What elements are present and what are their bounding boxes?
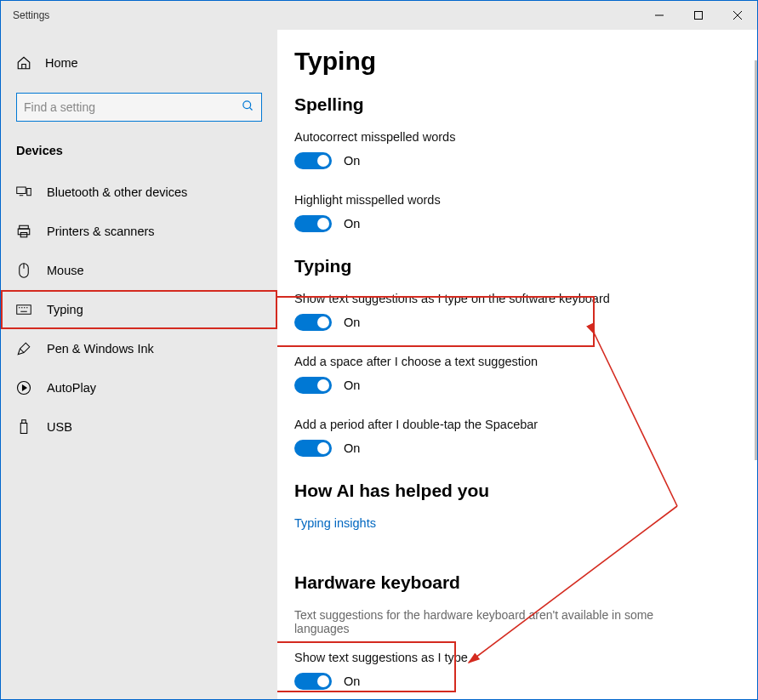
pen-icon [16,341,31,356]
maximize-button[interactable] [679,2,718,29]
svg-rect-8 [27,189,31,196]
toggle-autocorrect[interactable] [294,152,332,169]
home-button[interactable]: Home [1,47,277,79]
titlebar: Settings [1,1,757,30]
setting-label: Add a period after I double-tap the Spac… [294,418,732,431]
toggle-text-suggestions-hw[interactable] [294,673,332,690]
section-ai-title: How AI has helped you [294,481,732,501]
mouse-icon [16,263,31,278]
page-title: Typing [294,47,732,76]
toggle-highlight[interactable] [294,215,332,232]
svg-line-20 [20,349,25,353]
setting-label: Show text suggestions as I type [294,651,732,664]
autoplay-icon [16,380,31,396]
minimize-button[interactable] [640,2,679,29]
sidebar-item-label: AutoPlay [47,381,96,395]
toggle-state: On [344,154,360,168]
svg-point-4 [243,101,251,109]
home-icon [16,55,31,71]
toggle-add-space[interactable] [294,377,332,394]
sidebar-item-bluetooth[interactable]: Bluetooth & other devices [1,173,277,212]
section-typing-title: Typing [294,256,732,276]
window-controls [640,2,757,29]
devices-icon [16,185,31,200]
sidebar-item-label: USB [47,420,72,434]
close-button[interactable] [718,2,757,29]
setting-highlight: Highlight misspelled words On [294,193,732,232]
sidebar-item-label: Bluetooth & other devices [47,185,187,199]
setting-add-space: Add a space after I choose a text sugges… [294,355,732,394]
toggle-state: On [344,316,360,329]
window-title: Settings [13,9,49,21]
toggle-text-suggestions-sw[interactable] [294,314,332,331]
setting-label: Autocorrect misspelled words [294,130,732,144]
sidebar-item-label: Typing [47,303,83,316]
setting-autocorrect: Autocorrect misspelled words On [294,130,732,169]
toggle-state: On [344,217,360,230]
printer-icon [16,224,31,239]
setting-label: Show text suggestions as I type on the s… [294,292,732,305]
keyboard-icon [16,302,31,317]
sidebar-item-autoplay[interactable]: AutoPlay [1,368,277,407]
sidebar: Home Devices Bluetooth & other devices P… [1,30,277,699]
setting-text-suggestions-sw: Show text suggestions as I type on the s… [294,292,732,331]
search-input[interactable] [24,100,242,114]
toggle-state: On [344,378,360,392]
svg-rect-10 [18,229,30,235]
section-spelling-title: Spelling [294,94,732,115]
toggle-state: On [344,674,360,688]
sidebar-item-mouse[interactable]: Mouse [1,251,277,290]
scrollbar-thumb[interactable] [755,60,757,460]
setting-text-suggestions-hw: Show text suggestions as I type On [294,651,732,690]
svg-marker-22 [23,385,27,390]
setting-label: Add a space after I choose a text sugges… [294,355,732,368]
svg-rect-9 [20,225,29,229]
hardware-subtext: Text suggestions for the hardware keyboa… [294,608,686,635]
svg-rect-1 [695,12,703,20]
svg-rect-6 [17,187,26,194]
sidebar-item-label: Pen & Windows Ink [47,342,154,356]
setting-add-period: Add a period after I double-tap the Spac… [294,418,732,457]
typing-insights-link[interactable]: Typing insights [294,516,376,530]
search-icon [242,100,254,115]
home-label: Home [45,56,78,70]
svg-rect-14 [17,305,31,315]
sidebar-item-usb[interactable]: USB [1,407,277,447]
search-box[interactable] [16,93,262,122]
toggle-add-period[interactable] [294,440,332,457]
toggle-state: On [344,441,360,455]
sidebar-item-printers[interactable]: Printers & scanners [1,212,277,251]
sidebar-item-pen[interactable]: Pen & Windows Ink [1,329,277,368]
sidebar-item-label: Mouse [47,264,84,277]
svg-line-5 [249,107,252,110]
sidebar-item-label: Printers & scanners [47,225,155,238]
svg-rect-23 [22,420,26,424]
usb-icon [16,419,31,435]
svg-rect-24 [20,424,27,434]
sidebar-section-header: Devices [1,144,277,173]
setting-label: Highlight misspelled words [294,193,732,207]
section-hardware-title: Hardware keyboard [294,572,732,593]
sidebar-item-typing[interactable]: Typing [1,290,277,329]
main-panel: Typing Spelling Autocorrect misspelled w… [277,30,757,699]
